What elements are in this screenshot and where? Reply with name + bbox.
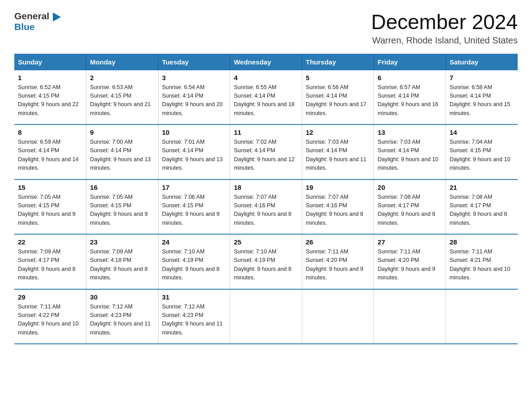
- calendar-cell: [230, 289, 302, 344]
- day-info: Sunrise: 6:55 AMSunset: 4:14 PMDaylight:…: [234, 83, 298, 118]
- calendar-cell: 28Sunrise: 7:11 AMSunset: 4:21 PMDayligh…: [446, 234, 518, 289]
- page-title: December 2024: [371, 11, 518, 34]
- calendar-cell: 8Sunrise: 6:59 AMSunset: 4:14 PMDaylight…: [14, 124, 86, 180]
- logo-blue-text: Blue: [14, 21, 61, 32]
- calendar-cell: 12Sunrise: 7:03 AMSunset: 4:14 PMDayligh…: [302, 124, 374, 180]
- page-header: General Blue December 2024 Warren, Rhode…: [14, 11, 518, 46]
- title-block: December 2024 Warren, Rhode Island, Unit…: [371, 11, 518, 46]
- day-number: 8: [18, 128, 82, 136]
- day-number: 21: [450, 184, 514, 191]
- calendar-cell: 27Sunrise: 7:11 AMSunset: 4:20 PMDayligh…: [374, 234, 446, 289]
- col-header-saturday: Saturday: [446, 54, 518, 70]
- day-info: Sunrise: 7:10 AMSunset: 4:19 PMDaylight:…: [234, 248, 298, 283]
- calendar-cell: 24Sunrise: 7:10 AMSunset: 4:19 PMDayligh…: [158, 234, 230, 289]
- logo: General Blue: [14, 11, 61, 33]
- calendar-cell: 17Sunrise: 7:06 AMSunset: 4:15 PMDayligh…: [158, 180, 230, 235]
- day-number: 29: [18, 293, 82, 301]
- day-info: Sunrise: 7:01 AMSunset: 4:14 PMDaylight:…: [162, 138, 227, 173]
- day-number: 3: [162, 74, 227, 81]
- calendar-cell: 19Sunrise: 7:07 AMSunset: 4:16 PMDayligh…: [302, 180, 374, 235]
- calendar-cell: [302, 289, 374, 344]
- day-info: Sunrise: 7:00 AMSunset: 4:14 PMDaylight:…: [90, 138, 154, 173]
- calendar-cell: 6Sunrise: 6:57 AMSunset: 4:14 PMDaylight…: [374, 70, 446, 125]
- day-number: 27: [378, 238, 442, 246]
- calendar-table: SundayMondayTuesdayWednesdayThursdayFrid…: [14, 54, 518, 345]
- day-number: 2: [90, 74, 154, 81]
- col-header-wednesday: Wednesday: [230, 54, 302, 70]
- day-info: Sunrise: 7:11 AMSunset: 4:22 PMDaylight:…: [18, 303, 82, 338]
- calendar-cell: 31Sunrise: 7:12 AMSunset: 4:23 PMDayligh…: [158, 289, 230, 344]
- col-header-monday: Monday: [86, 54, 159, 70]
- day-number: 15: [18, 184, 82, 191]
- calendar-header-row: SundayMondayTuesdayWednesdayThursdayFrid…: [14, 54, 518, 70]
- calendar-cell: 4Sunrise: 6:55 AMSunset: 4:14 PMDaylight…: [230, 70, 302, 125]
- day-info: Sunrise: 7:02 AMSunset: 4:14 PMDaylight:…: [234, 138, 298, 173]
- calendar-cell: 29Sunrise: 7:11 AMSunset: 4:22 PMDayligh…: [14, 289, 86, 344]
- day-number: 16: [90, 184, 154, 191]
- calendar-cell: 30Sunrise: 7:12 AMSunset: 4:23 PMDayligh…: [86, 289, 159, 344]
- col-header-sunday: Sunday: [14, 54, 86, 70]
- day-number: 1: [18, 74, 82, 81]
- day-number: 23: [90, 238, 154, 246]
- day-number: 24: [162, 238, 227, 246]
- page-subtitle: Warren, Rhode Island, United States: [371, 35, 518, 46]
- calendar-cell: 5Sunrise: 6:56 AMSunset: 4:14 PMDaylight…: [302, 70, 374, 125]
- col-header-tuesday: Tuesday: [158, 54, 230, 70]
- day-info: Sunrise: 7:07 AMSunset: 4:16 PMDaylight:…: [234, 193, 298, 228]
- day-info: Sunrise: 7:09 AMSunset: 4:18 PMDaylight:…: [90, 248, 154, 283]
- day-info: Sunrise: 7:12 AMSunset: 4:23 PMDaylight:…: [90, 303, 154, 338]
- calendar-week-row: 29Sunrise: 7:11 AMSunset: 4:22 PMDayligh…: [14, 289, 518, 344]
- day-info: Sunrise: 7:04 AMSunset: 4:15 PMDaylight:…: [450, 138, 514, 173]
- day-info: Sunrise: 7:11 AMSunset: 4:20 PMDaylight:…: [306, 248, 370, 283]
- day-info: Sunrise: 6:53 AMSunset: 4:15 PMDaylight:…: [90, 83, 154, 118]
- calendar-cell: 18Sunrise: 7:07 AMSunset: 4:16 PMDayligh…: [230, 180, 302, 235]
- day-info: Sunrise: 7:11 AMSunset: 4:21 PMDaylight:…: [450, 248, 514, 283]
- day-info: Sunrise: 7:06 AMSunset: 4:15 PMDaylight:…: [162, 193, 227, 228]
- day-number: 13: [378, 128, 442, 136]
- calendar-cell: 9Sunrise: 7:00 AMSunset: 4:14 PMDaylight…: [86, 124, 159, 180]
- calendar-cell: [446, 289, 518, 344]
- day-info: Sunrise: 6:52 AMSunset: 4:15 PMDaylight:…: [18, 83, 82, 118]
- day-number: 18: [234, 184, 298, 191]
- day-number: 10: [162, 128, 227, 136]
- logo-general-text: General: [14, 11, 61, 21]
- calendar-cell: 22Sunrise: 7:09 AMSunset: 4:17 PMDayligh…: [14, 234, 86, 289]
- calendar-cell: 16Sunrise: 7:05 AMSunset: 4:15 PMDayligh…: [86, 180, 159, 235]
- calendar-cell: 15Sunrise: 7:05 AMSunset: 4:15 PMDayligh…: [14, 180, 86, 235]
- day-number: 28: [450, 238, 514, 246]
- day-number: 31: [162, 293, 227, 301]
- day-number: 30: [90, 293, 154, 301]
- calendar-cell: 25Sunrise: 7:10 AMSunset: 4:19 PMDayligh…: [230, 234, 302, 289]
- calendar-week-row: 22Sunrise: 7:09 AMSunset: 4:17 PMDayligh…: [14, 234, 518, 289]
- day-info: Sunrise: 6:54 AMSunset: 4:14 PMDaylight:…: [162, 83, 227, 118]
- calendar-cell: 2Sunrise: 6:53 AMSunset: 4:15 PMDaylight…: [86, 70, 159, 125]
- day-number: 7: [450, 74, 514, 81]
- day-info: Sunrise: 7:10 AMSunset: 4:19 PMDaylight:…: [162, 248, 227, 283]
- calendar-cell: 13Sunrise: 7:03 AMSunset: 4:14 PMDayligh…: [374, 124, 446, 180]
- day-info: Sunrise: 7:09 AMSunset: 4:17 PMDaylight:…: [18, 248, 82, 283]
- calendar-cell: 21Sunrise: 7:08 AMSunset: 4:17 PMDayligh…: [446, 180, 518, 235]
- day-info: Sunrise: 7:08 AMSunset: 4:17 PMDaylight:…: [378, 193, 442, 228]
- day-number: 12: [306, 128, 370, 136]
- calendar-week-row: 1Sunrise: 6:52 AMSunset: 4:15 PMDaylight…: [14, 70, 518, 125]
- day-info: Sunrise: 7:03 AMSunset: 4:14 PMDaylight:…: [378, 138, 442, 173]
- calendar-cell: 14Sunrise: 7:04 AMSunset: 4:15 PMDayligh…: [446, 124, 518, 180]
- day-info: Sunrise: 7:12 AMSunset: 4:23 PMDaylight:…: [162, 303, 227, 338]
- logo-arrow-icon: [53, 13, 61, 21]
- day-number: 19: [306, 184, 370, 191]
- calendar-week-row: 8Sunrise: 6:59 AMSunset: 4:14 PMDaylight…: [14, 124, 518, 180]
- day-info: Sunrise: 6:57 AMSunset: 4:14 PMDaylight:…: [378, 83, 442, 118]
- day-info: Sunrise: 7:11 AMSunset: 4:20 PMDaylight:…: [378, 248, 442, 283]
- calendar-cell: 23Sunrise: 7:09 AMSunset: 4:18 PMDayligh…: [86, 234, 159, 289]
- calendar-cell: 20Sunrise: 7:08 AMSunset: 4:17 PMDayligh…: [374, 180, 446, 235]
- calendar-cell: 3Sunrise: 6:54 AMSunset: 4:14 PMDaylight…: [158, 70, 230, 125]
- calendar-cell: 7Sunrise: 6:58 AMSunset: 4:14 PMDaylight…: [446, 70, 518, 125]
- col-header-friday: Friday: [374, 54, 446, 70]
- day-info: Sunrise: 7:03 AMSunset: 4:14 PMDaylight:…: [306, 138, 370, 173]
- calendar-cell: 26Sunrise: 7:11 AMSunset: 4:20 PMDayligh…: [302, 234, 374, 289]
- day-info: Sunrise: 6:56 AMSunset: 4:14 PMDaylight:…: [306, 83, 370, 118]
- day-number: 20: [378, 184, 442, 191]
- day-number: 9: [90, 128, 154, 136]
- svg-marker-0: [53, 13, 61, 21]
- calendar-cell: [374, 289, 446, 344]
